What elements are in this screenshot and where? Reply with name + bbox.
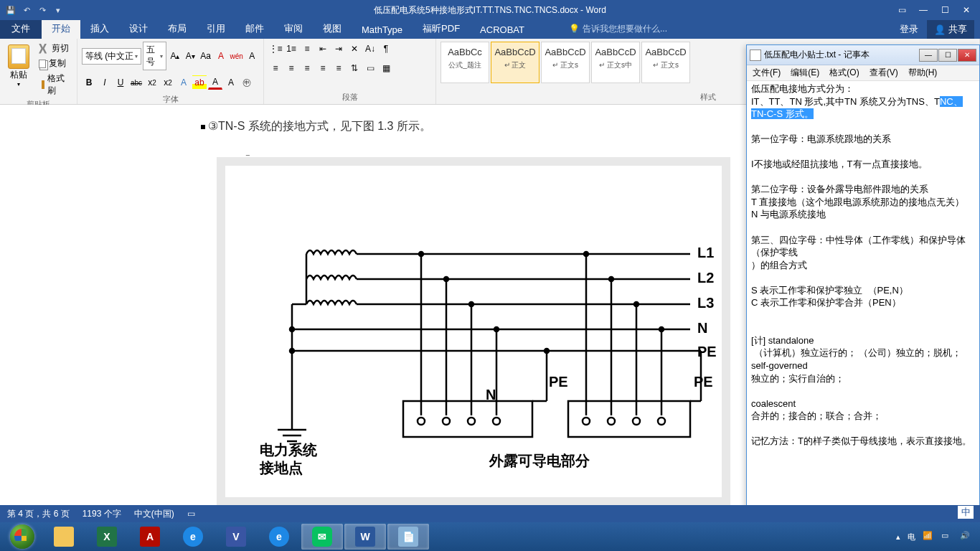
style-item[interactable]: AaBbCcD↵ 正文s: [641, 42, 690, 83]
notepad-menu-format[interactable]: 格式(O): [829, 67, 859, 79]
tray-text[interactable]: 电: [908, 532, 915, 542]
shading-button[interactable]: ▭: [363, 61, 377, 75]
bold-button[interactable]: B: [82, 75, 96, 90]
tab-mailings[interactable]: 邮件: [235, 19, 274, 39]
font-name-combo[interactable]: 等线 (中文正▾: [82, 48, 141, 65]
char-shading-button[interactable]: A: [224, 75, 238, 90]
increase-indent-button[interactable]: ⇥: [331, 42, 346, 56]
style-item[interactable]: AaBbCcD↵ 正文s: [541, 42, 590, 83]
show-marks-button[interactable]: ¶: [379, 42, 393, 56]
italic-button[interactable]: I: [98, 75, 112, 90]
tab-view[interactable]: 视图: [313, 19, 352, 39]
task-browser2[interactable]: e: [258, 524, 300, 550]
notepad-text-area[interactable]: 低压配电接地方式分为： IT、TT、TN 形式,其中TN 系统又分为TNS、TN…: [747, 81, 979, 509]
asian-layout-button[interactable]: ✕: [347, 42, 362, 56]
bullets-button[interactable]: ⋮≡: [268, 42, 283, 56]
ribbon-options-icon[interactable]: ▭: [892, 3, 911, 17]
status-insert-icon[interactable]: ▭: [187, 509, 195, 519]
line-spacing-button[interactable]: ⇅: [347, 61, 362, 75]
paste-button[interactable]: 粘贴 ▾: [4, 42, 33, 98]
justify-button[interactable]: ≡: [316, 61, 330, 75]
char-border-button[interactable]: A: [245, 49, 259, 63]
document-area[interactable]: ③TN-S 系统的接地方式，见下图 1.3 所示。 ↖: [0, 105, 746, 522]
tab-acrobat[interactable]: ACROBAT: [470, 21, 534, 39]
status-page[interactable]: 第 4 页，共 6 页: [7, 508, 70, 520]
strikethrough-button[interactable]: abc: [129, 75, 143, 90]
network-icon[interactable]: 📶: [923, 531, 934, 542]
maximize-icon[interactable]: ☐: [936, 3, 954, 17]
subscript-button[interactable]: x2: [145, 75, 159, 90]
action-center-icon[interactable]: ▭: [941, 531, 953, 542]
tab-home[interactable]: 开始: [42, 19, 80, 39]
superscript-button[interactable]: x2: [161, 75, 175, 90]
save-icon[interactable]: 💾: [6, 5, 16, 15]
login-button[interactable]: 登录: [892, 20, 925, 39]
notepad-window[interactable]: 低压配电小贴士.txt - 记事本 — ☐ ✕ 文件(F) 编辑(E) 格式(O…: [746, 44, 980, 509]
tab-references[interactable]: 引用: [197, 19, 235, 39]
enclose-char-button[interactable]: ㊥: [240, 75, 254, 90]
numbering-button[interactable]: 1≡: [284, 42, 298, 56]
decrease-indent-button[interactable]: ⇤: [316, 42, 330, 56]
status-word-count[interactable]: 1193 个字: [83, 508, 121, 520]
task-browser[interactable]: e: [172, 524, 214, 550]
minimize-icon[interactable]: —: [914, 3, 933, 17]
tab-mathtype[interactable]: MathType: [352, 21, 413, 39]
task-notepad[interactable]: 📄: [387, 524, 429, 550]
task-excel[interactable]: X: [86, 524, 128, 550]
format-painter-button[interactable]: 格式刷: [37, 72, 72, 98]
borders-button[interactable]: ▦: [379, 61, 393, 75]
task-pdf[interactable]: A: [129, 524, 171, 550]
volume-icon[interactable]: 🔊: [960, 531, 971, 542]
notepad-minimize-button[interactable]: —: [919, 49, 938, 62]
font-color-button[interactable]: A: [208, 75, 222, 90]
notepad-title-bar[interactable]: 低压配电小贴士.txt - 记事本 — ☐ ✕: [747, 45, 979, 65]
notepad-menu-help[interactable]: 帮助(H): [908, 67, 938, 79]
notepad-maximize-button[interactable]: ☐: [938, 49, 957, 62]
tab-file[interactable]: 文件: [0, 19, 42, 39]
tab-review[interactable]: 审阅: [274, 19, 313, 39]
sort-button[interactable]: A↓: [363, 42, 377, 56]
notepad-close-button[interactable]: ✕: [958, 49, 976, 62]
diagram-image[interactable]: L1 L2 L3 N PE PE PE N 电力系统 接地点 外露可导电部分: [215, 156, 732, 507]
close-icon[interactable]: ✕: [957, 3, 976, 17]
style-item-normal[interactable]: AaBbCcD↵ 正文: [491, 42, 540, 83]
copy-button[interactable]: 复制: [37, 57, 72, 70]
task-explorer[interactable]: [43, 524, 85, 550]
task-visio[interactable]: V: [215, 524, 257, 550]
undo-icon[interactable]: ↶: [22, 5, 32, 15]
task-wechat[interactable]: ✉: [301, 524, 343, 550]
align-center-button[interactable]: ≡: [284, 61, 298, 75]
tab-foxit[interactable]: 福昕PDF: [413, 19, 470, 39]
status-language[interactable]: 中文(中国): [134, 508, 174, 520]
align-right-button[interactable]: ≡: [300, 61, 314, 75]
tell-me-search[interactable]: 💡告诉我您想要做什么...: [563, 19, 673, 39]
style-item[interactable]: AaBbCcD↵ 正文s中: [591, 42, 640, 83]
notepad-menu-view[interactable]: 查看(V): [870, 67, 898, 79]
pinyin-button[interactable]: A: [214, 49, 227, 63]
grow-font-button[interactable]: A▴: [168, 49, 182, 63]
task-word[interactable]: W: [344, 524, 386, 550]
tab-design[interactable]: 设计: [119, 19, 158, 39]
tray-up-icon[interactable]: ▴: [896, 532, 900, 542]
font-size-combo[interactable]: 五号▾: [143, 42, 166, 70]
start-button[interactable]: [3, 524, 42, 550]
change-case-button[interactable]: Aa: [199, 49, 212, 63]
highlight-button[interactable]: ab: [192, 75, 207, 90]
notepad-menu-file[interactable]: 文件(F): [753, 67, 781, 79]
redo-icon[interactable]: ↷: [37, 5, 47, 15]
underline-button[interactable]: U: [113, 75, 128, 90]
ime-indicator[interactable]: 中: [957, 505, 974, 519]
style-item[interactable]: AaBbCc公式_题注: [440, 42, 489, 83]
shrink-font-button[interactable]: A▾: [184, 49, 197, 63]
distribute-button[interactable]: ≡: [331, 61, 346, 75]
text-effects-button[interactable]: A: [176, 75, 191, 90]
share-button[interactable]: 👤共享: [927, 20, 974, 39]
notepad-menu-edit[interactable]: 编辑(E): [791, 67, 819, 79]
align-left-button[interactable]: ≡: [268, 61, 283, 75]
tab-insert[interactable]: 插入: [80, 19, 119, 39]
qat-more-icon[interactable]: ▾: [53, 5, 63, 15]
phonetic-button[interactable]: wén: [230, 49, 244, 63]
tab-layout[interactable]: 布局: [158, 19, 197, 39]
cut-button[interactable]: 剪切: [37, 42, 72, 55]
multilevel-button[interactable]: ≡: [300, 42, 314, 56]
